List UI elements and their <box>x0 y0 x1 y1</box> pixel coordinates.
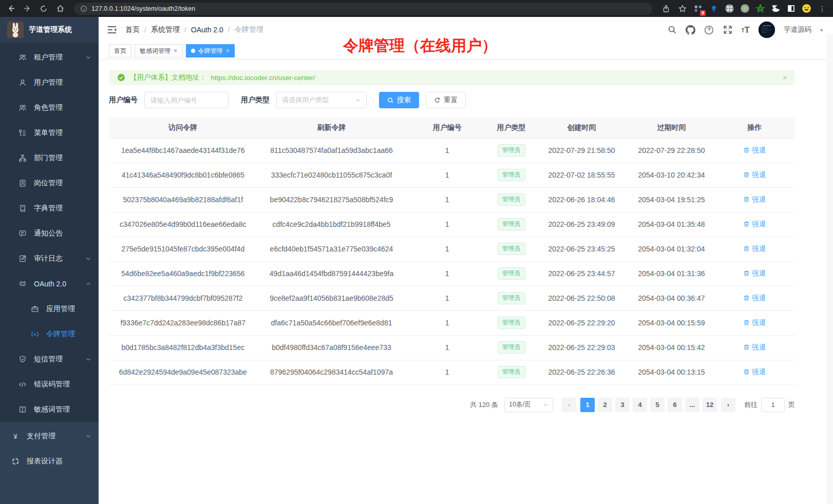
github-icon[interactable] <box>686 25 695 35</box>
fullscreen-icon[interactable] <box>723 25 732 35</box>
page-button-2[interactable]: 2 <box>598 398 612 412</box>
tab-首页[interactable]: 首页 <box>109 44 131 57</box>
extension-grid-icon[interactable]: 9 <box>693 4 704 14</box>
sidebar-item-短信管理[interactable]: 短信管理 <box>0 346 99 372</box>
force-logout-button[interactable]: 强退 <box>743 195 766 204</box>
force-logout-button[interactable]: 强退 <box>743 343 766 352</box>
page-button-6[interactable]: 6 <box>668 398 682 412</box>
tab-敏感词管理[interactable]: 敏感词管理✕ <box>135 44 183 57</box>
sidebar-item-用户管理[interactable]: 用户管理 <box>0 70 99 95</box>
force-logout-button[interactable]: 强退 <box>743 170 766 180</box>
page-button-3[interactable]: 3 <box>615 398 630 412</box>
trash-icon <box>743 196 750 203</box>
bookmark-star-icon[interactable] <box>677 3 688 14</box>
user-dropdown-caret-icon[interactable]: ▾ <box>820 27 823 33</box>
yen-icon: ¥ <box>11 432 20 440</box>
force-logout-button[interactable]: 强退 <box>743 294 766 303</box>
alert-doc-link[interactable]: https://doc.iocoder.cn/user-center/ <box>211 74 315 82</box>
cell-user-id: 1 <box>406 311 488 335</box>
site-info-icon[interactable] <box>80 5 87 12</box>
sidebar-item-字典管理[interactable]: 字典管理 <box>0 196 99 221</box>
trash-icon <box>743 221 750 227</box>
extension-star-icon[interactable] <box>755 4 765 14</box>
page-ellipsis-button[interactable]: ... <box>685 398 699 412</box>
page-button-4[interactable]: 4 <box>633 398 647 412</box>
force-logout-button[interactable]: 强退 <box>743 318 766 327</box>
app-title: 芋道管理系统 <box>29 25 72 34</box>
cell-access-token: 6d842e2924594de9a09e45e087323abe <box>109 360 257 384</box>
force-logout-button[interactable]: 强退 <box>743 220 766 229</box>
browser-scrollbar[interactable] <box>827 34 833 504</box>
cell-actions: 强退 <box>714 311 795 335</box>
sidebar-item-通知公告[interactable]: 通知公告 <box>0 221 99 246</box>
sidebar-item-令牌管理[interactable]: A令牌管理 <box>0 321 99 346</box>
sidebar-item-label: 租户管理 <box>34 53 85 62</box>
browser-home-icon[interactable] <box>54 3 66 14</box>
user-name[interactable]: 芋道源码 <box>784 25 811 34</box>
sidebar-item-租户管理[interactable]: 租户管理 <box>0 45 99 70</box>
breadcrumb-system[interactable]: 系统管理 <box>151 25 180 34</box>
search-icon[interactable] <box>667 25 677 35</box>
success-check-icon <box>117 73 125 82</box>
extension-window-icon[interactable] <box>786 4 796 14</box>
sidebar-item-角色管理[interactable]: 角色管理 <box>0 95 99 120</box>
font-size-icon[interactable]: TT <box>741 26 750 34</box>
user-id-input[interactable] <box>144 92 229 108</box>
help-icon[interactable] <box>704 25 714 35</box>
breadcrumb-home[interactable]: 首页 <box>125 25 140 34</box>
trash-icon <box>743 270 750 277</box>
reset-button[interactable]: 重置 <box>426 92 466 108</box>
share-icon[interactable] <box>660 3 672 14</box>
user-avatar[interactable] <box>759 22 775 38</box>
browser-forward-icon[interactable] <box>22 3 33 14</box>
extension-emoji-icon[interactable] <box>801 4 811 14</box>
active-tab-dot <box>191 49 195 53</box>
browser-back-icon[interactable] <box>5 3 16 14</box>
search-button[interactable]: 搜索 <box>379 92 419 108</box>
alert-close-icon[interactable]: ✕ <box>782 74 788 82</box>
next-page-button[interactable]: › <box>721 398 735 412</box>
sidebar-item-支付管理[interactable]: ¥支付管理 <box>0 423 99 449</box>
user-type-badge: 管理员 <box>498 193 525 206</box>
sidebar-item-岗位管理[interactable]: 岗位管理 <box>0 170 99 196</box>
force-logout-button[interactable]: 强退 <box>743 367 766 377</box>
svg-text:A: A <box>33 332 36 336</box>
sidebar-item-审计日志[interactable]: 审计日志 <box>0 246 99 271</box>
extension-dot-icon[interactable] <box>740 4 750 14</box>
page-size-select[interactable]: 10条/页 <box>504 398 553 412</box>
force-logout-button[interactable]: 强退 <box>743 269 766 278</box>
goto-page-input[interactable] <box>761 398 785 412</box>
extension-command-icon[interactable] <box>724 4 734 14</box>
trash-icon <box>743 295 750 301</box>
force-logout-button[interactable]: 强退 <box>743 146 766 155</box>
force-logout-button[interactable]: 强退 <box>743 244 766 254</box>
sidebar-item-OAuth 2.0[interactable]: OAuth 2.0 <box>0 271 99 296</box>
cell-user-id: 1 <box>406 286 488 311</box>
collapse-sidebar-icon[interactable] <box>107 25 117 35</box>
breadcrumb-oauth[interactable]: OAuth 2.0 <box>191 26 223 34</box>
page-button-12[interactable]: 12 <box>703 398 717 412</box>
cell-user-type: 管理员 <box>488 360 535 384</box>
extension-gem-icon[interactable] <box>709 4 719 14</box>
page-button-5[interactable]: 5 <box>650 398 665 412</box>
extension-puzzle-icon[interactable] <box>770 4 781 14</box>
sidebar-item-报表设计器[interactable]: 报表设计器 <box>0 449 99 474</box>
browser-menu-icon[interactable]: ⋮ <box>817 5 828 13</box>
tab-令牌管理[interactable]: 令牌管理✕ <box>186 44 235 57</box>
sidebar-item-敏感词管理[interactable]: 敏感词管理 <box>0 397 99 422</box>
user-type-select[interactable]: 请选择用户类型 <box>276 92 367 108</box>
browser-address-bar[interactable]: 127.0.0.1:1024/system/oauth2/token <box>74 3 652 15</box>
tab-close-icon[interactable]: ✕ <box>226 49 230 53</box>
force-logout-label: 强退 <box>752 367 766 377</box>
browser-reload-icon[interactable] <box>38 3 49 14</box>
sidebar-item-部门管理[interactable]: 部门管理 <box>0 145 99 170</box>
sidebar-item-菜单管理[interactable]: 菜单管理 <box>0 120 99 145</box>
sidebar-item-应用管理[interactable]: 应用管理 <box>0 296 99 321</box>
cell-user-id: 1 <box>406 360 488 384</box>
tab-close-icon[interactable]: ✕ <box>174 49 178 53</box>
log-icon <box>18 255 27 263</box>
sidebar-logo[interactable]: 芋道管理系统 <box>0 17 99 43</box>
prev-page-button[interactable]: ‹ <box>562 398 576 412</box>
page-button-1[interactable]: 1 <box>580 398 595 412</box>
sidebar-item-错误码管理[interactable]: 错误码管理 <box>0 372 99 397</box>
